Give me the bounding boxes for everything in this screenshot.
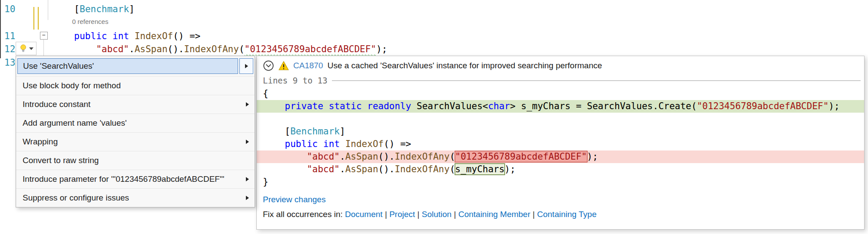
submenu-arrow-icon[interactable] — [239, 58, 253, 74]
changed-lines-track-bar — [33, 7, 39, 30]
menu-item-label: Use block body for method — [16, 81, 255, 90]
preview-range-row: Lines 9 to 13 — [257, 72, 864, 85]
code-line-10[interactable]: [Benchmark] — [52, 3, 135, 16]
menu-item-label: Introduce parameter for '"0123456789abcd… — [16, 174, 246, 184]
lightbulb-icon — [19, 44, 27, 53]
menu-item-suppress-or-configure-issues[interactable]: Suppress or configure issues — [16, 189, 255, 207]
submenu-arrow-icon — [246, 102, 249, 107]
preview-code-line: { — [257, 87, 864, 100]
line-number-11: 11 — [4, 30, 15, 43]
diagnostic-code-link[interactable]: CA1870 — [293, 61, 323, 70]
preview-code-line-added: private static readonly SearchValues<cha… — [257, 100, 864, 113]
line-number-12: 12 — [4, 43, 15, 56]
fix-all-scope-project[interactable]: Project — [389, 210, 415, 219]
editor-margin-edge — [0, 0, 1, 58]
menu-item-label: Introduce constant — [16, 100, 246, 109]
submenu-arrow-icon — [246, 177, 249, 181]
codelens-references[interactable]: 0 references — [72, 18, 108, 25]
range-rule-line — [332, 80, 861, 81]
preview-code-line — [257, 113, 864, 125]
lightbulb-dropdown-caret-icon — [29, 47, 33, 50]
link-separator: | — [383, 210, 390, 219]
fix-all-scope-solution[interactable]: Solution — [422, 210, 452, 219]
menu-item-convert-to-raw-string[interactable]: Convert to raw string — [16, 151, 255, 170]
preview-range-label: Lines 9 to 13 — [263, 76, 328, 85]
vs-quick-fix-screen: 10 11 12 13 − [Benchmark] 0 references p… — [0, 0, 868, 234]
chevron-down-circle-icon[interactable] — [263, 60, 274, 71]
fix-all-scope-document[interactable]: Document — [345, 210, 383, 219]
fold-guide-line — [43, 39, 44, 56]
fix-all-scope-containing-member[interactable]: Containing Member — [458, 210, 530, 219]
preview-code-block: { private static readonly SearchValues<c… — [257, 87, 864, 188]
diagnostic-header: CA1870 Use a cached 'SearchValues' insta… — [257, 56, 864, 72]
indent-guide — [48, 0, 48, 20]
menu-item-use-searchvalues[interactable]: Use 'SearchValues' — [16, 56, 255, 77]
code-line-12[interactable]: "abcd".AsSpan().IndexOfAny("0123456789ab… — [52, 43, 387, 56]
menu-item-wrapping[interactable]: Wrapping — [16, 133, 255, 151]
link-separator: | — [451, 210, 458, 219]
fix-preview-panel: CA1870 Use a cached 'SearchValues' insta… — [256, 56, 865, 230]
preview-code-line: "abcd".AsSpan().IndexOfAny(s_myChars); — [257, 163, 864, 176]
fold-collapse-icon[interactable]: − — [40, 32, 48, 40]
preview-code-line: [Benchmark] — [257, 125, 864, 138]
preview-code-line-removed: "abcd".AsSpan().IndexOfAny("0123456789ab… — [257, 150, 864, 163]
menu-item-label: Suppress or configure issues — [16, 193, 246, 203]
line-number-13: 13 — [4, 56, 15, 69]
fix-all-scope-containing-type[interactable]: Containing Type — [537, 210, 596, 219]
fix-all-prefix: Fix all occurrences in: — [263, 210, 345, 219]
quick-actions-menu: Use 'SearchValues'Use block body for met… — [16, 56, 255, 207]
menu-item-label: Add argument name 'values' — [16, 118, 255, 128]
warning-icon — [278, 61, 289, 70]
link-separator: | — [530, 210, 537, 219]
diagnostic-message: Use a cached 'SearchValues' instance for… — [328, 61, 602, 70]
quick-actions-lightbulb[interactable] — [16, 42, 36, 55]
submenu-arrow-icon — [246, 140, 249, 144]
menu-item-add-argument-name-values[interactable]: Add argument name 'values' — [16, 114, 255, 133]
menu-item-label: Convert to raw string — [16, 156, 255, 165]
preview-code-line: public int IndexOf() => — [257, 138, 864, 150]
menu-item-introduce-parameter-for-0123456789abcdefabcd[interactable]: Introduce parameter for '"0123456789abcd… — [16, 170, 255, 189]
line-number-10: 10 — [4, 3, 15, 16]
link-separator: | — [415, 210, 422, 219]
menu-item-label: Use 'SearchValues' — [18, 61, 238, 71]
submenu-arrow-icon — [246, 196, 249, 200]
menu-item-use-block-body-for-method[interactable]: Use block body for method — [16, 77, 255, 95]
fix-all-row: Fix all occurrences in: Document | Proje… — [263, 210, 864, 219]
preview-code-line: } — [257, 176, 864, 188]
menu-item-introduce-constant[interactable]: Introduce constant — [16, 95, 255, 114]
fix-all-links: Document | Project | Solution | Containi… — [345, 210, 596, 219]
code-line-11[interactable]: public int IndexOf() => — [52, 30, 200, 43]
menu-item-label: Wrapping — [16, 137, 246, 147]
preview-changes-link[interactable]: Preview changes — [263, 195, 326, 204]
